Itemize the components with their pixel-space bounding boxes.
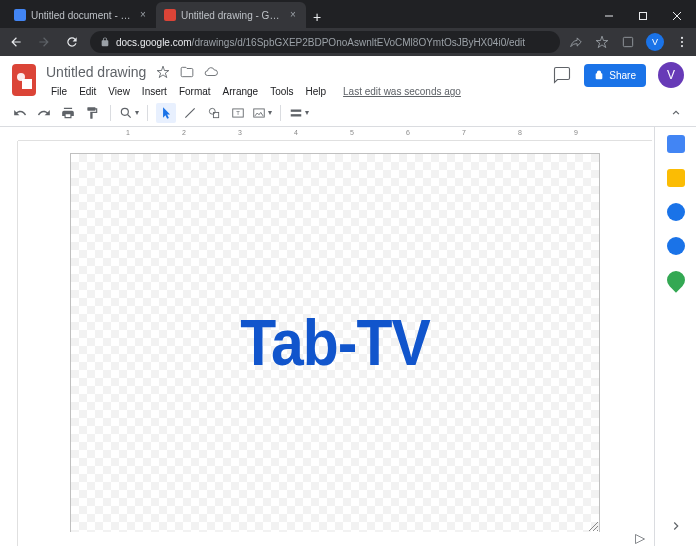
svg-line-13: [185, 108, 194, 117]
minimize-icon: [604, 11, 614, 21]
print-button[interactable]: [58, 103, 78, 123]
browser-tab-drawings[interactable]: Untitled drawing - Google Draw ×: [156, 2, 306, 28]
svg-rect-20: [291, 114, 302, 116]
line-tool[interactable]: [180, 103, 200, 123]
svg-rect-10: [22, 79, 32, 89]
forward-button[interactable]: [34, 32, 54, 52]
side-panel: [654, 127, 696, 546]
redo-button[interactable]: [34, 103, 54, 123]
close-window-button[interactable]: [660, 4, 694, 28]
textbox-tool[interactable]: T: [228, 103, 248, 123]
redo-icon: [37, 106, 51, 120]
actions-button[interactable]: ▾: [289, 103, 309, 123]
kebab-icon: [675, 35, 689, 49]
share-button[interactable]: Share: [584, 64, 646, 87]
vertical-ruler[interactable]: [0, 141, 18, 546]
last-edit-link[interactable]: Last edit was seconds ago: [343, 86, 461, 97]
puzzle-icon: [621, 35, 635, 49]
image-tool[interactable]: ▾: [252, 103, 272, 123]
docs-favicon-icon: [14, 9, 26, 21]
menu-tools[interactable]: Tools: [265, 84, 298, 99]
undo-icon: [13, 106, 27, 120]
chevron-right-icon: [669, 519, 683, 533]
reload-button[interactable]: [62, 32, 82, 52]
paint-format-button[interactable]: [82, 103, 102, 123]
select-tool[interactable]: [156, 103, 176, 123]
comment-icon: [553, 66, 571, 84]
cursor-icon: [159, 106, 173, 120]
menu-insert[interactable]: Insert: [137, 84, 172, 99]
textbox-icon: T: [231, 106, 245, 120]
canvas-area[interactable]: Tab-TV: [18, 141, 652, 532]
svg-rect-1: [640, 13, 647, 20]
extensions-button[interactable]: [620, 34, 636, 50]
arrow-left-icon: [9, 35, 23, 49]
svg-point-14: [209, 108, 215, 114]
star-icon: [595, 35, 609, 49]
svg-point-5: [681, 37, 683, 39]
svg-text:T: T: [236, 110, 240, 116]
print-icon: [61, 106, 75, 120]
menu-help[interactable]: Help: [300, 84, 331, 99]
back-button[interactable]: [6, 32, 26, 52]
svg-rect-19: [291, 109, 302, 111]
account-avatar[interactable]: V: [658, 62, 684, 88]
canvas-text[interactable]: Tab-TV: [240, 306, 430, 380]
svg-line-12: [128, 114, 131, 117]
maximize-button[interactable]: [626, 4, 660, 28]
explore-icon: [634, 533, 646, 545]
lock-icon: [594, 70, 604, 80]
line-icon: [183, 106, 197, 120]
image-icon: [252, 106, 266, 120]
toolbar: ▾ T ▾ ▾: [0, 99, 696, 127]
menu-file[interactable]: File: [46, 84, 72, 99]
zoom-button[interactable]: ▾: [119, 103, 139, 123]
lock-icon: [100, 37, 110, 47]
collapse-toolbar-button[interactable]: [666, 103, 686, 123]
undo-button[interactable]: [10, 103, 30, 123]
share-url-button[interactable]: [568, 34, 584, 50]
svg-point-6: [681, 41, 683, 43]
svg-rect-4: [623, 37, 632, 46]
document-title[interactable]: Untitled drawing: [46, 64, 146, 80]
arrow-right-icon: [37, 35, 51, 49]
menu-button[interactable]: [674, 34, 690, 50]
star-icon[interactable]: [156, 65, 170, 79]
explore-button[interactable]: [628, 532, 652, 546]
drawings-logo-icon[interactable]: [10, 62, 38, 98]
close-icon[interactable]: ×: [138, 10, 148, 20]
keep-icon[interactable]: [667, 169, 685, 187]
action-icon: [289, 106, 303, 120]
minimize-button[interactable]: [592, 4, 626, 28]
comments-button[interactable]: [552, 65, 572, 85]
hide-panel-button[interactable]: [666, 516, 686, 536]
shape-tool[interactable]: [204, 103, 224, 123]
horizontal-ruler[interactable]: 1 2 3 4 5 6 7 8 9: [18, 127, 652, 141]
tasks-icon[interactable]: [667, 203, 685, 221]
menu-edit[interactable]: Edit: [74, 84, 101, 99]
move-icon[interactable]: [180, 65, 194, 79]
cloud-icon[interactable]: [204, 65, 218, 79]
maximize-icon: [638, 11, 648, 21]
menu-view[interactable]: View: [103, 84, 135, 99]
close-icon[interactable]: ×: [288, 10, 298, 20]
svg-line-21: [589, 522, 598, 531]
svg-point-7: [681, 45, 683, 47]
address-bar[interactable]: docs.google.com/drawings/d/16SpbGXEP2BDP…: [90, 31, 560, 53]
maps-icon[interactable]: [663, 267, 688, 292]
browser-tab-docs[interactable]: Untitled document - Google Do ×: [6, 2, 156, 28]
calendar-icon[interactable]: [667, 135, 685, 153]
contacts-icon[interactable]: [667, 237, 685, 255]
drawing-canvas[interactable]: Tab-TV: [70, 153, 600, 532]
new-tab-button[interactable]: +: [306, 6, 328, 28]
tab-title: Untitled document - Google Do: [31, 10, 133, 21]
tab-title: Untitled drawing - Google Draw: [181, 10, 283, 21]
menu-arrange[interactable]: Arrange: [218, 84, 264, 99]
zoom-icon: [119, 106, 133, 120]
svg-line-23: [597, 530, 598, 531]
shape-icon: [207, 106, 221, 120]
resize-handle-icon[interactable]: [587, 520, 599, 532]
menu-format[interactable]: Format: [174, 84, 216, 99]
profile-avatar[interactable]: V: [646, 33, 664, 51]
bookmark-button[interactable]: [594, 34, 610, 50]
